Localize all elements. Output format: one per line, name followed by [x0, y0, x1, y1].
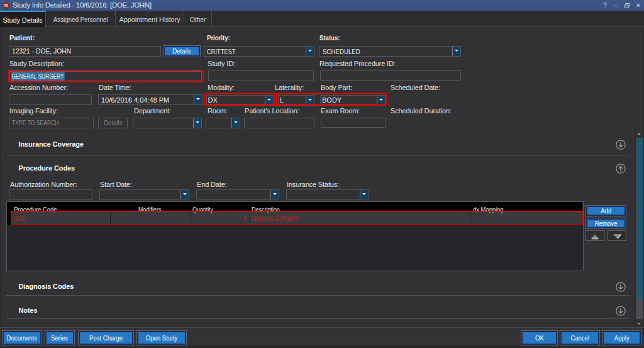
svg-text:FR: FR: [4, 3, 8, 7]
